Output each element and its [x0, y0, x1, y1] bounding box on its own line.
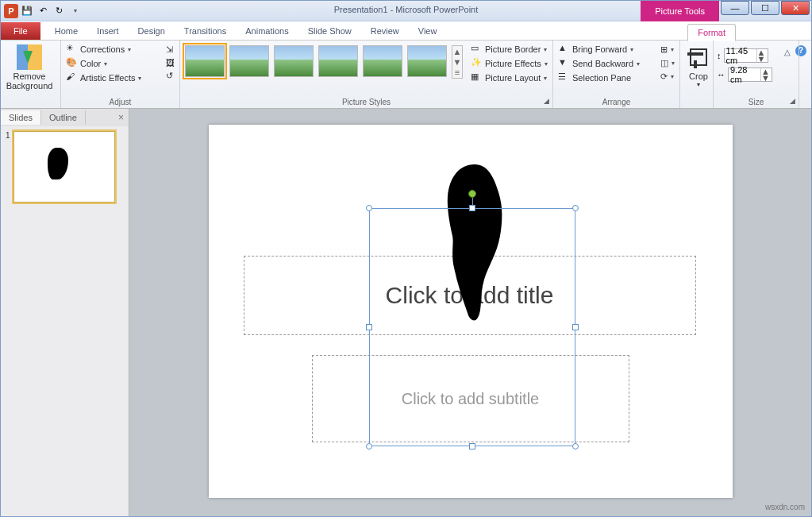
styles-more-icon[interactable]: ▲▼≡ [452, 45, 463, 79]
thumbnail-list[interactable]: 1 [1, 126, 129, 516]
handle-bm[interactable] [469, 443, 475, 449]
tab-review[interactable]: Review [361, 22, 409, 40]
tab-format[interactable]: Format [687, 24, 736, 41]
picture-border-button[interactable]: ▭Picture Border [469, 42, 549, 56]
tab-insert[interactable]: Insert [87, 22, 129, 40]
watermark: wsxdn.com [765, 503, 805, 511]
save-icon[interactable]: 💾 [20, 4, 34, 18]
remove-background-button[interactable]: Remove Background [4, 42, 55, 93]
height-icon: ↕ [717, 51, 722, 60]
tab-home[interactable]: Home [45, 22, 87, 40]
remove-bg-label: Remove Background [6, 71, 53, 91]
close-button[interactable]: ✕ [781, 1, 810, 15]
ribbon: Remove Background ☀Corrections 🎨Color 🖌A… [1, 41, 811, 109]
align-icon[interactable]: ⊞ [659, 44, 676, 56]
tab-slideshow[interactable]: Slide Show [298, 22, 361, 40]
quick-access-toolbar: P 💾 ↶ ↻ [1, 4, 85, 18]
tab-file[interactable]: File [1, 22, 40, 40]
svg-rect-3 [687, 52, 703, 56]
picture-layout-button[interactable]: ▦Picture Layout [469, 71, 549, 85]
thumb-silhouette-icon [48, 148, 68, 179]
artistic-effects-button[interactable]: 🖌Artistic Effects [64, 71, 143, 85]
height-input[interactable]: 11.45 cm▲▼ [724, 48, 768, 63]
reset-picture-icon[interactable]: ↺ [164, 70, 176, 82]
group-styles-label: Picture Styles [183, 96, 549, 108]
contextual-tab-title: Picture Tools [641, 1, 719, 21]
app-icon[interactable]: P [4, 4, 18, 18]
compress-icon[interactable]: ⇲ [164, 44, 176, 56]
handle-br[interactable] [572, 443, 579, 449]
tab-slides[interactable]: Slides [1, 110, 41, 125]
slide-1[interactable]: Click to add title Click to add subtitle [209, 125, 733, 498]
color-icon: 🎨 [66, 57, 79, 70]
style-thumb-4[interactable] [318, 45, 358, 77]
selection-icon: ☰ [558, 71, 571, 84]
style-thumb-5[interactable] [363, 45, 402, 77]
tab-transitions[interactable]: Transitions [175, 22, 236, 40]
slide-canvas-area[interactable]: Click to add title Click to add subtitle [129, 109, 811, 516]
rotation-handle[interactable] [468, 190, 476, 198]
slides-pane: Slides Outline × 1 [1, 109, 129, 516]
qat-menu-icon[interactable] [67, 4, 82, 18]
remove-bg-icon [17, 44, 42, 70]
styles-dialog-launcher-icon[interactable]: ◢ [541, 97, 551, 106]
picture-effects-button[interactable]: ✨Picture Effects [469, 56, 549, 71]
handle-mr[interactable] [572, 324, 579, 330]
handle-ml[interactable] [366, 324, 372, 330]
tab-design[interactable]: Design [129, 22, 175, 40]
style-thumb-6[interactable] [407, 45, 447, 77]
color-button[interactable]: 🎨Color [64, 56, 109, 71]
handle-bl[interactable] [366, 443, 372, 449]
close-pane-icon[interactable]: × [114, 112, 129, 123]
tab-animations[interactable]: Animations [236, 22, 298, 40]
style-thumb-1[interactable] [185, 45, 225, 77]
layout-icon: ▦ [471, 71, 483, 84]
crop-icon [686, 44, 711, 70]
style-thumb-2[interactable] [229, 45, 269, 77]
ribbon-tabs: File Home Insert Design Transitions Anim… [1, 21, 811, 41]
maximize-button[interactable]: ☐ [751, 1, 779, 15]
group-arrange-label: Arrange [556, 96, 676, 108]
svg-rect-4 [694, 60, 697, 68]
redo-icon[interactable]: ↻ [52, 4, 66, 18]
selection-frame[interactable] [369, 208, 575, 446]
group-icon[interactable]: ◫ [659, 57, 676, 69]
border-icon: ▭ [471, 43, 483, 56]
width-input[interactable]: 9.28 cm▲▼ [728, 68, 772, 82]
group-adjust-label: Adjust [64, 96, 176, 108]
handle-tm[interactable] [469, 205, 475, 211]
brightness-icon: ☀ [66, 43, 79, 56]
minimize-button[interactable]: — [721, 1, 749, 15]
slide-thumb-1[interactable]: 1 [6, 131, 124, 203]
window-buttons: — ☐ ✕ [721, 1, 811, 15]
bring-forward-button[interactable]: ▲Bring Forward [556, 42, 635, 56]
effects-icon: ✨ [471, 57, 483, 70]
picture-styles-gallery[interactable]: ▲▼≡ [183, 42, 464, 82]
corrections-button[interactable]: ☀Corrections [64, 42, 133, 56]
svg-rect-2 [691, 49, 706, 65]
sidepane-tabs: Slides Outline × [1, 109, 129, 126]
workspace: Slides Outline × 1 Click to add title Cl… [1, 109, 811, 516]
tab-outline[interactable]: Outline [41, 110, 86, 125]
group-size-label: Size [717, 96, 795, 108]
style-thumb-3[interactable] [274, 45, 314, 77]
titlebar: P 💾 ↶ ↻ Presentation1 - Microsoft PowerP… [1, 1, 811, 21]
width-icon: ↔ [717, 70, 725, 79]
size-dialog-launcher-icon[interactable]: ◢ [787, 97, 797, 106]
thumb-preview [13, 131, 115, 203]
slide-number: 1 [6, 131, 10, 203]
change-picture-icon[interactable]: 🖼 [164, 57, 176, 68]
undo-icon[interactable]: ↶ [36, 4, 50, 18]
tab-view[interactable]: View [409, 22, 447, 40]
forward-icon: ▲ [558, 43, 571, 56]
rotate-icon[interactable]: ⟳ [659, 71, 676, 83]
artistic-icon: 🖌 [66, 71, 79, 84]
send-backward-button[interactable]: ▼Send Backward [556, 56, 641, 71]
handle-tr[interactable] [572, 205, 579, 211]
handle-tl[interactable] [366, 205, 372, 211]
selection-pane-button[interactable]: ☰Selection Pane [556, 71, 633, 85]
backward-icon: ▼ [558, 57, 571, 70]
crop-button[interactable]: Crop ▾ [683, 42, 714, 91]
crop-label: Crop [689, 71, 708, 81]
